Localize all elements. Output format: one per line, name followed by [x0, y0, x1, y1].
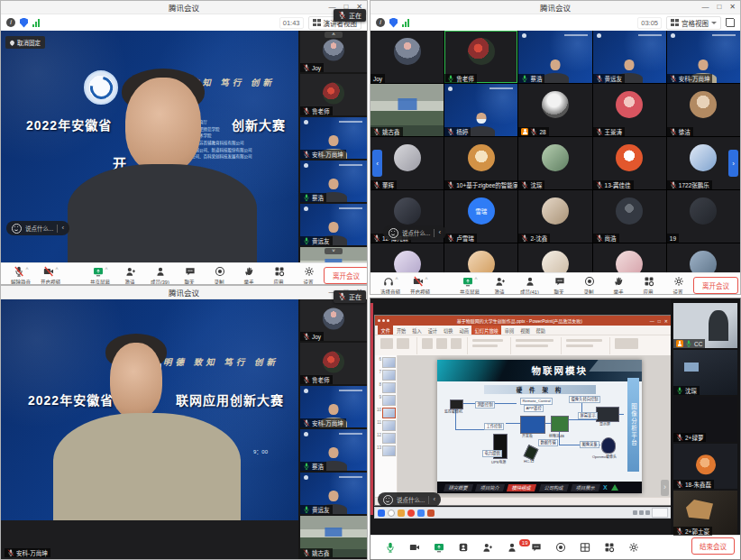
- ppt-tab[interactable]: 幻灯片放映: [471, 326, 501, 335]
- participant-tile[interactable]: 28: [518, 84, 591, 136]
- participant-tile[interactable]: 黄远友: [300, 204, 367, 245]
- app-icon[interactable]: [417, 510, 425, 517]
- mute-button[interactable]: ˄解除静音: [6, 266, 36, 286]
- ppt-window-controls[interactable]: — □ ✕: [650, 318, 668, 324]
- members-button[interactable]: 成员(41): [515, 276, 544, 296]
- slide-thumbnail[interactable]: 10: [377, 408, 396, 418]
- settings-button[interactable]: 设置: [663, 276, 693, 296]
- participant-tile[interactable]: 鲁老师: [444, 31, 517, 83]
- ppt-tab[interactable]: 设计: [425, 326, 440, 335]
- chat-button[interactable]: [524, 542, 548, 553]
- participant-tile[interactable]: CC: [673, 303, 737, 348]
- participant-tile[interactable]: 19: [667, 190, 740, 243]
- slide-thumbnail[interactable]: 12: [377, 433, 396, 444]
- participant-tile[interactable]: 雪瑞卢雪瑞: [444, 190, 517, 243]
- participant-tile[interactable]: 黄远友: [300, 473, 367, 514]
- minimize-button[interactable]: —: [650, 318, 654, 324]
- participant-tile[interactable]: 18-朱鑫磊: [673, 444, 737, 489]
- chevron-up-icon[interactable]: ˄: [25, 266, 29, 271]
- fullscreen-icon[interactable]: [726, 18, 735, 27]
- scroll-chevron[interactable]: ˄: [325, 32, 343, 38]
- chat-placeholder[interactable]: 说点什么...: [397, 495, 425, 504]
- ppt-tab[interactable]: 动画: [456, 326, 471, 335]
- participant-tile[interactable]: 2+郭士豪: [673, 491, 737, 536]
- invite-button[interactable]: 邀请: [485, 276, 515, 296]
- emoji-icon[interactable]: [12, 224, 22, 234]
- participant-tile[interactable]: 王景涛: [593, 84, 666, 136]
- participant-tile[interactable]: 安科-万尚坤: [667, 31, 740, 83]
- chat-quick-bubble[interactable]: 说点什么... ‹: [6, 221, 69, 235]
- participant-tile[interactable]: 沈琛: [673, 350, 737, 395]
- participant-tile[interactable]: 蔡浩: [518, 31, 591, 83]
- settings-button[interactable]: [621, 542, 645, 553]
- chat-quick-bubble[interactable]: 说点什么... ‹: [378, 492, 441, 507]
- share-screen-button[interactable]: ˄共享屏幕: [455, 276, 485, 296]
- scroll-right-button[interactable]: ›: [728, 150, 738, 177]
- participant-tile-clipped[interactable]: [518, 243, 591, 272]
- apps-button[interactable]: 应用: [264, 266, 294, 286]
- slide-thumbnail[interactable]: 8: [377, 382, 396, 393]
- next-slide-arrow[interactable]: ›: [661, 480, 669, 496]
- collapse-chevron-icon[interactable]: ‹: [438, 228, 441, 237]
- security-shield-icon[interactable]: [389, 18, 398, 28]
- chevron-up-icon[interactable]: ˄: [55, 266, 59, 271]
- ppt-tab[interactable]: 文件: [378, 326, 393, 335]
- titlebar[interactable]: 腾讯会议 — □ ✕: [370, 1, 740, 14]
- participant-tile[interactable]: 2-沈鑫: [518, 190, 591, 243]
- start-button[interactable]: [378, 510, 385, 517]
- collapse-chevron-icon[interactable]: ‹: [61, 224, 64, 233]
- unpin-button[interactable]: 取消固定: [5, 36, 45, 49]
- participant-tile[interactable]: 鲁老师: [300, 74, 367, 115]
- mic-button[interactable]: [378, 542, 402, 553]
- participant-tile[interactable]: Joy: [370, 31, 444, 83]
- chevron-up-icon[interactable]: ˄: [425, 276, 428, 281]
- participant-tile[interactable]: 10+基于zigbee的智能家...: [444, 137, 517, 189]
- apps-button[interactable]: 应用: [634, 276, 663, 296]
- quick-access-toolbar[interactable]: [378, 319, 389, 322]
- participant-tile[interactable]: 尚浩: [593, 190, 666, 243]
- participant-tile[interactable]: 姚古鑫: [300, 516, 367, 557]
- raise-hand-button[interactable]: 举手: [234, 266, 264, 286]
- browser-icon[interactable]: [407, 510, 415, 517]
- info-icon[interactable]: [6, 18, 15, 27]
- layout-button[interactable]: [572, 542, 597, 553]
- participant-tile[interactable]: ˄Joy: [300, 31, 367, 72]
- windows-taskbar[interactable]: [374, 507, 671, 519]
- minimize-button[interactable]: —: [701, 3, 709, 11]
- camera-button[interactable]: ˄开启视频: [406, 276, 435, 296]
- ppt-tab[interactable]: 插入: [409, 326, 425, 335]
- participant-tile[interactable]: 安科-万尚坤: [300, 386, 367, 427]
- security-button[interactable]: [451, 542, 475, 553]
- system-tray[interactable]: [633, 508, 668, 518]
- maximize-button[interactable]: □: [717, 3, 721, 11]
- chat-placeholder[interactable]: 说点什么...: [25, 224, 53, 233]
- participant-tile[interactable]: 安科-万尚坤: [300, 117, 367, 159]
- participant-tile[interactable]: 黄远友: [593, 31, 666, 83]
- chat-button[interactable]: 聊天: [544, 276, 574, 296]
- ppt-tab[interactable]: 审阅: [501, 326, 517, 335]
- ppt-tab[interactable]: 切换: [441, 326, 456, 335]
- ppt-tab[interactable]: 帮助: [533, 326, 548, 335]
- participant-tile-clipped[interactable]: [444, 243, 517, 272]
- chevron-up-icon[interactable]: ˄: [105, 266, 108, 271]
- participant-tile-clipped[interactable]: [667, 243, 740, 272]
- ppt-tab[interactable]: 开始: [393, 326, 408, 335]
- scroll-left-button[interactable]: ‹: [372, 150, 382, 177]
- slide-thumbnail[interactable]: 9: [377, 395, 396, 406]
- chevron-up-icon[interactable]: ˄: [395, 276, 398, 281]
- camera-button[interactable]: [402, 542, 426, 553]
- record-button[interactable]: 录制: [205, 266, 234, 286]
- participant-tile[interactable]: 杨婷: [444, 84, 517, 136]
- powerpoint-icon[interactable]: [427, 510, 435, 517]
- view-mode-button[interactable]: 宫格视图: [666, 16, 721, 30]
- participant-tile-clipped[interactable]: [370, 243, 444, 272]
- leave-meeting-button[interactable]: 离开会议: [693, 277, 738, 294]
- apps-button[interactable]: [597, 542, 621, 553]
- members-button[interactable]: 成员(39): [145, 266, 175, 286]
- share-screen-button[interactable]: [426, 542, 451, 553]
- scroll-chevron[interactable]: ˅: [325, 248, 343, 254]
- folder-icon[interactable]: [398, 510, 405, 517]
- participant-tile[interactable]: 2+绿萝: [673, 397, 737, 442]
- invite-button[interactable]: 邀请: [115, 266, 145, 286]
- chat-placeholder[interactable]: 说点什么...: [402, 228, 430, 237]
